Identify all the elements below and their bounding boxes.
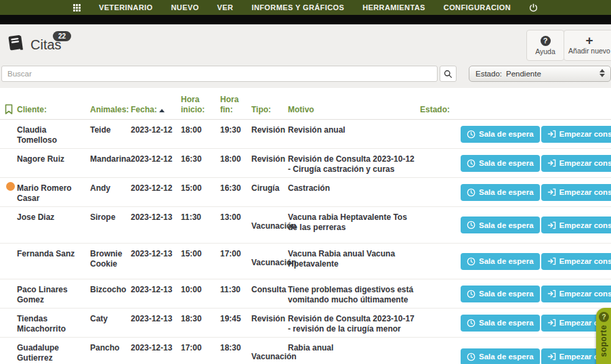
appointments-count-badge: 22: [53, 31, 71, 41]
waiting-room-button[interactable]: Sala de espera: [461, 286, 540, 302]
start-consult-button[interactable]: Empezar consulta: [541, 184, 611, 201]
cell-hora-inicio: 10:00: [181, 279, 220, 308]
support-help-icon: ?: [599, 312, 609, 322]
toolbar: Estado: Pendiente: [0, 63, 611, 88]
row-actions: Sala de esperaEmpezar consulta: [461, 338, 611, 364]
support-tab[interactable]: ? soporte: [596, 308, 611, 364]
add-new-button-label: Añadir nuevo: [568, 47, 610, 55]
estado-filter-value: Pendiente: [506, 70, 541, 78]
waiting-room-button-label: Sala de espera: [479, 130, 534, 138]
cell-tipo: Revisión: [251, 309, 288, 337]
cell-hora-inicio: 18:30: [181, 309, 220, 337]
col-header-hora-fin[interactable]: Hora fin:: [220, 88, 251, 119]
apps-grid-icon[interactable]: [73, 4, 81, 12]
cell-hora-fin: 11:30: [220, 279, 251, 308]
start-consult-button[interactable]: Empezar consulta: [541, 126, 611, 143]
waiting-room-button[interactable]: Sala de espera: [461, 155, 540, 172]
sign-in-icon: [547, 221, 556, 229]
cell-hora-inicio: 17:00: [181, 338, 220, 364]
col-header-animales[interactable]: Animales:: [90, 88, 131, 119]
row-indicator-cell: [0, 279, 17, 308]
row-actions: Sala de esperaEmpezar consulta: [461, 120, 611, 148]
cell-tipo: Vacunación: [251, 338, 288, 364]
nav-item-informes-y-gr-ficos[interactable]: INFORMES Y GRÁFICOS: [251, 3, 344, 12]
waiting-room-button[interactable]: Sala de espera: [461, 253, 540, 270]
waiting-room-button[interactable]: Sala de espera: [461, 315, 540, 332]
row-indicator-cell: [0, 207, 17, 243]
nav-item-veterinario[interactable]: VETERINARIO: [99, 3, 153, 12]
cell-cliente: Paco Linares Gomez: [17, 279, 90, 308]
col-header-fecha[interactable]: Fecha:: [131, 88, 181, 119]
cell-cliente: Claudia Tomelloso: [17, 120, 90, 148]
cell-fecha: 2023-12-12: [131, 178, 181, 206]
col-header-motivo[interactable]: Motivo: [288, 88, 420, 119]
cell-hora-fin: 19:45: [220, 309, 251, 337]
cell-hora-fin: 19:30: [220, 120, 251, 148]
clock-icon: [467, 352, 476, 361]
search-button[interactable]: [440, 66, 457, 82]
cell-tipo: Vacunación: [251, 244, 288, 279]
col-header-tipo[interactable]: Tipo:: [251, 88, 288, 119]
waiting-room-button[interactable]: Sala de espera: [461, 126, 540, 143]
clock-icon: [467, 159, 476, 168]
search-input[interactable]: [1, 66, 438, 82]
sub-header-strip: [0, 15, 611, 24]
waiting-room-button[interactable]: Sala de espera: [461, 184, 540, 201]
appointments-panel: Cliente: Animales: Fecha: Hora inicio: H…: [0, 88, 611, 364]
sign-in-icon: [547, 319, 556, 327]
help-button-label: Ayuda: [535, 47, 555, 55]
start-consult-button[interactable]: Empezar consulta: [541, 155, 611, 172]
waiting-room-button[interactable]: Sala de espera: [461, 217, 540, 233]
row-actions: Sala de esperaEmpezar consulta: [461, 207, 611, 243]
row-indicator-cell: [0, 149, 17, 177]
col-header-estado[interactable]: Estado:: [420, 88, 461, 119]
cell-estado: [420, 149, 461, 177]
nav-item-nuevo[interactable]: NUEVO: [171, 3, 198, 12]
cell-tipo: Vacunación: [251, 207, 288, 243]
add-new-button[interactable]: + Añadir nuevo: [564, 30, 611, 61]
cell-animales: Pancho: [90, 338, 131, 364]
row-indicator-cell: [0, 338, 17, 364]
row-indicator-cell: [0, 120, 17, 148]
col-header-cliente[interactable]: Cliente:: [17, 88, 90, 119]
waiting-room-button[interactable]: Sala de espera: [461, 348, 540, 364]
table-header-row: Cliente: Animales: Fecha: Hora inicio: H…: [0, 88, 611, 120]
top-navbar: VETERINARIONUEVOVERINFORMES Y GRÁFICOSHE…: [0, 0, 611, 15]
nav-item-configuracion[interactable]: CONFIGURACION: [444, 3, 511, 12]
col-header-hora-inicio[interactable]: Hora inicio:: [181, 88, 220, 119]
cell-tipo: Revisión: [251, 149, 288, 177]
cell-cliente: Mario Romero Casar: [17, 178, 90, 206]
cell-estado: [420, 207, 461, 243]
sign-in-icon: [547, 130, 556, 138]
help-button[interactable]: ? Ayuda: [526, 30, 564, 61]
start-consult-button-label: Empezar consulta: [560, 221, 611, 229]
start-consult-button-label: Empezar consulta: [560, 130, 611, 138]
select-arrows-icon: [599, 69, 605, 77]
cell-hora-fin: 18:00: [220, 149, 251, 177]
row-indicator-cell: [0, 244, 17, 279]
appointment-row: Tiendas MicachorritoCaty2023-12-1318:301…: [0, 309, 611, 338]
nav-item-ver[interactable]: VER: [217, 3, 234, 12]
cell-tipo: Revisión: [251, 120, 288, 148]
cell-hora-inicio: 15:00: [181, 178, 220, 206]
cell-hora-inicio: 15:00: [181, 244, 220, 279]
start-consult-button[interactable]: Empezar consulta: [541, 217, 611, 233]
bookmark-column-header: [0, 88, 17, 119]
start-consult-button[interactable]: Empezar consulta: [541, 253, 611, 270]
estado-filter-select[interactable]: Estado: Pendiente: [469, 66, 611, 82]
row-indicator-cell: [0, 309, 17, 337]
waiting-room-button-label: Sala de espera: [479, 159, 534, 167]
cell-motivo: Tiene problemas digestivos está vomitand…: [288, 279, 420, 308]
sign-in-icon: [547, 257, 556, 265]
cell-hora-inicio: 16:30: [181, 149, 220, 177]
table-body: Claudia TomellosoTeide2023-12-1218:0019:…: [0, 120, 611, 364]
waiting-room-button-label: Sala de espera: [479, 352, 534, 361]
power-icon[interactable]: [529, 3, 538, 12]
bookmark-icon: [5, 104, 13, 114]
cell-motivo: Vacuna Rabia anual Vacuna Hpetavalente: [288, 244, 420, 279]
nav-item-herramientas[interactable]: HERRAMIENTAS: [362, 3, 425, 12]
cell-fecha: 2023-12-13: [131, 309, 181, 337]
start-consult-button[interactable]: Empezar consulta: [541, 286, 611, 302]
search-icon: [444, 70, 452, 78]
waiting-room-button-label: Sala de espera: [479, 221, 534, 229]
